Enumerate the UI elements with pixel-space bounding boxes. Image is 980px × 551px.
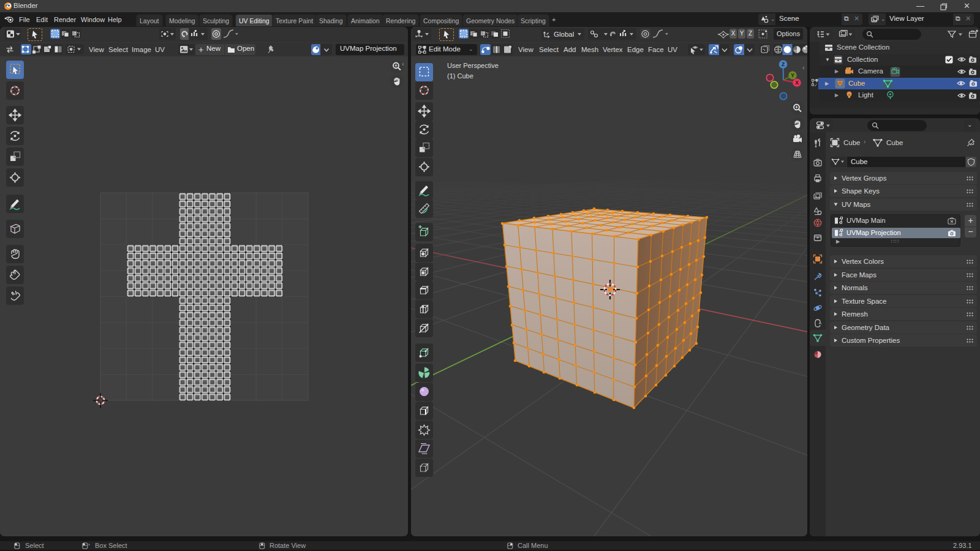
svg-text:Global: Global <box>554 31 574 38</box>
svg-text:X: X <box>795 80 799 86</box>
svg-text:Y: Y <box>791 72 794 78</box>
svg-text:Z: Z <box>782 61 785 67</box>
